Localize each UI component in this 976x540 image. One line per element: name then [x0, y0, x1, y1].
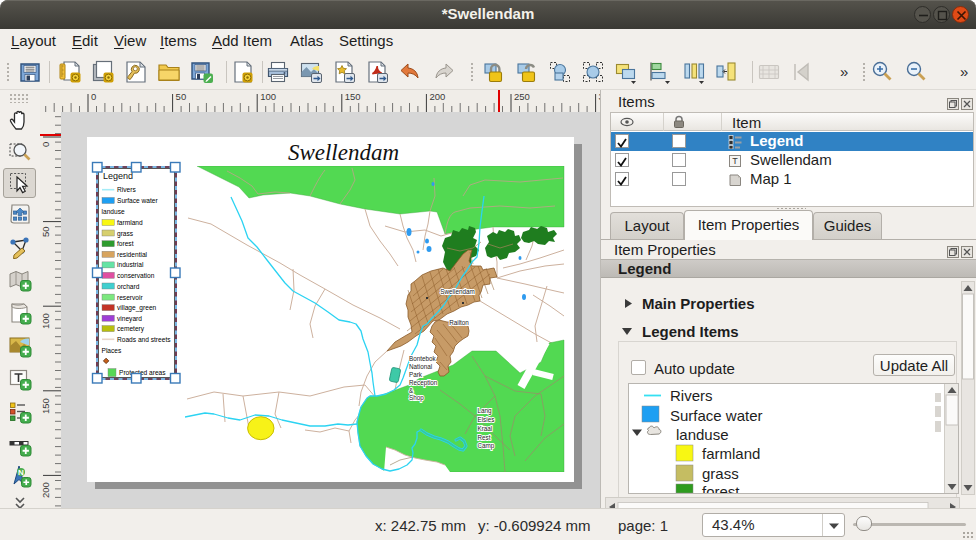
svg-text:N: N [18, 468, 24, 477]
svg-text:Surface water: Surface water [670, 407, 763, 424]
svg-text:Shop: Shop [409, 394, 424, 402]
svg-text:grass: grass [702, 465, 739, 482]
svg-text:Rivers: Rivers [670, 387, 713, 404]
svg-text:200: 200 [429, 91, 445, 102]
svg-text:100: 100 [40, 313, 51, 329]
svg-text:250: 250 [514, 91, 530, 102]
svg-text:Park: Park [409, 371, 423, 378]
svg-text:Lang: Lang [478, 407, 493, 415]
svg-text:Rest: Rest [478, 434, 491, 441]
svg-text:Railton: Railton [449, 319, 469, 326]
svg-text:200: 200 [40, 482, 51, 498]
svg-text:0: 0 [91, 91, 96, 102]
svg-text:Kraal: Kraal [478, 425, 493, 432]
svg-text:Camp: Camp [478, 442, 495, 450]
svg-text:100: 100 [260, 91, 276, 102]
svg-text:50: 50 [176, 91, 187, 102]
svg-text:150: 150 [40, 398, 51, 414]
svg-text:forest: forest [702, 483, 740, 493]
svg-text:Bontebok: Bontebok [409, 355, 436, 362]
svg-text:farmland: farmland [702, 445, 760, 462]
svg-text:Swellendam: Swellendam [440, 288, 474, 295]
svg-text:0: 0 [40, 142, 51, 147]
svg-text:Reception: Reception [409, 379, 438, 387]
svg-text:National: National [409, 363, 432, 370]
svg-text:150: 150 [345, 91, 361, 102]
svg-text:Elsies: Elsies [478, 416, 495, 423]
svg-text:landuse: landuse [676, 426, 729, 443]
svg-text:50: 50 [40, 226, 51, 237]
svg-text:T: T [732, 156, 738, 166]
